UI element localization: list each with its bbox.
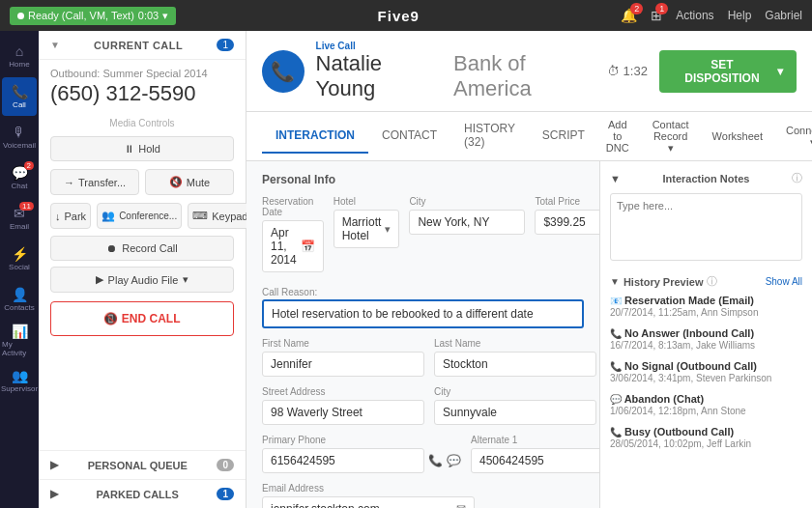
play-audio-button[interactable]: ▶ Play Audio File ▾ [50, 267, 234, 293]
call-reason-input[interactable] [262, 299, 584, 328]
tab-interaction[interactable]: INTERACTION [262, 119, 368, 154]
call-duration: ⏱ 1:32 [607, 64, 648, 78]
sidebar-item-home[interactable]: ⌂ Home [2, 37, 37, 75]
hotel-value[interactable]: Marriott Hotel [342, 215, 382, 242]
transfer-label: Transfer... [78, 177, 126, 188]
alt1-input[interactable] [471, 448, 599, 473]
row-address: Street Address City State ZIP Code [262, 386, 584, 425]
tab-history[interactable]: HISTORY (32) [450, 112, 529, 160]
ready-status[interactable]: Ready (Call, VM, Text) 0:03 ▾ [10, 7, 176, 25]
phone-chat-icon[interactable]: 💬 [447, 454, 461, 467]
activity-icon: 📊 [12, 324, 28, 339]
current-call-badge: 1 [217, 39, 234, 51]
hotel-chevron[interactable]: ▾ [385, 223, 391, 236]
row-phones: Primary Phone 📞 💬 Alternate 1 📞 💬 [262, 435, 584, 473]
history-item: 📞 No Signal (Outbound Call) 3/06/2014, 3… [610, 360, 802, 383]
history-info-icon: ⓘ [707, 274, 717, 289]
last-name-input[interactable] [434, 352, 596, 377]
user-menu[interactable]: Gabriel [765, 9, 802, 22]
record-button[interactable]: ⏺ Record Call [50, 236, 234, 261]
panel-title-collapse[interactable]: ▼ [610, 173, 621, 184]
contact-record-button[interactable]: Contact Record ▾ [645, 115, 697, 158]
first-name-input[interactable] [262, 352, 424, 377]
end-call-button[interactable]: 📵 END CALL [50, 301, 234, 336]
social-icon: ⚡ [12, 246, 28, 262]
street-label: Street Address [262, 386, 424, 397]
sidebar-item-call[interactable]: 📞 Call [2, 77, 37, 116]
chat-label: Chat [12, 182, 28, 190]
set-disposition-button[interactable]: SET DISPOSITION ▾ [659, 50, 797, 93]
history-item: 📧 Reservation Made (Email) 20/7/2014, 11… [610, 295, 802, 318]
social-label: Social [9, 263, 30, 271]
help-menu[interactable]: Help [728, 9, 752, 22]
keypad-label: Keypad [212, 211, 247, 222]
email-value[interactable]: jennifer.stockton.com [271, 502, 452, 508]
sidebar-item-contacts[interactable]: 👤 Contacts [2, 280, 37, 319]
tab-contact[interactable]: CONTACT [368, 119, 450, 154]
park-button[interactable]: ↓ Park [50, 203, 91, 229]
ready-label: Ready (Call, VM, Text) [28, 10, 134, 21]
interaction-notes-textarea[interactable] [610, 193, 802, 261]
actions-menu[interactable]: Actions [676, 9, 713, 22]
reservation-date-value[interactable]: Apr 11, 2014 [271, 226, 297, 267]
hotel-label: Hotel [334, 196, 400, 207]
transfer-button[interactable]: → Transfer... [50, 169, 139, 195]
calendar-icon[interactable]: 📅 [301, 240, 315, 253]
disposition-chevron: ▾ [777, 65, 783, 78]
top-bar-left: Ready (Call, VM, Text) 0:03 ▾ [10, 7, 176, 25]
street-input[interactable] [262, 400, 424, 425]
tab-script[interactable]: SCRIPT [529, 119, 598, 154]
connectors-button[interactable]: Connectors ▾ [778, 121, 812, 153]
sidebar-item-chat[interactable]: 2 💬 Chat [2, 158, 37, 197]
personal-queue-section[interactable]: ▶ PERSONAL QUEUE 0 [39, 450, 246, 479]
alt1-group: Alternate 1 📞 💬 [471, 435, 599, 473]
add-to-dnc-button[interactable]: Add to DNC [598, 115, 637, 157]
personal-queue-label: PERSONAL QUEUE [88, 460, 188, 471]
sidebar-item-email[interactable]: 11 ✉ Email [2, 199, 37, 238]
end-call-label: END CALL [122, 312, 181, 325]
parked-calls-label: PARKED CALLS [97, 489, 179, 500]
expand-icon: ▶ [50, 459, 58, 471]
mute-icon: 🔇 [169, 176, 183, 188]
sidebar-item-activity[interactable]: 📊 My Activity [2, 321, 37, 359]
first-name-group: First Name [262, 338, 424, 377]
alt1-label: Alternate 1 [471, 435, 599, 445]
city-input[interactable] [409, 210, 525, 235]
mute-button[interactable]: 🔇 Mute [145, 169, 234, 195]
voicemail-label: Voicemail [3, 141, 36, 150]
supervisor-label: Supervisor [1, 384, 38, 393]
history-preview-title: History Preview [624, 276, 704, 288]
voicemail-icon: 🎙 [13, 125, 26, 140]
history-collapse-icon[interactable]: ▼ [610, 276, 620, 287]
supervisor-icon: 👥 [12, 368, 28, 383]
worksheet-button[interactable]: Worksheet [705, 127, 770, 146]
parked-calls-section[interactable]: ▶ PARKED CALLS 1 [39, 479, 246, 508]
sidebar-item-voicemail[interactable]: 🎙 Voicemail [2, 118, 37, 156]
email-label: Email [10, 222, 29, 231]
hold-button[interactable]: ⏸ Hold [50, 136, 234, 161]
email-send-icon[interactable]: ✉ [456, 502, 466, 508]
keypad-button[interactable]: ⌨ Keypad [188, 203, 252, 229]
total-price-input[interactable] [535, 210, 599, 235]
parked-calls-badge: 1 [217, 488, 234, 500]
city-label: City [409, 196, 525, 207]
mute-label: Mute [187, 177, 210, 188]
timer-icon: ⏱ [607, 64, 620, 78]
total-price-group: Total Price [535, 196, 599, 272]
record-icon: ⏺ [106, 242, 117, 254]
hold-icon: ⏸ [124, 143, 134, 155]
current-call-collapse[interactable]: ▼ [50, 40, 60, 50]
city2-input[interactable] [434, 400, 596, 425]
phone-call-icon[interactable]: 📞 [428, 454, 443, 467]
history-list: 📧 Reservation Made (Email) 20/7/2014, 11… [610, 295, 802, 449]
show-all-button[interactable]: Show All [766, 276, 802, 287]
grid-icon[interactable]: ⊞ 1 [651, 8, 662, 23]
notifications-icon[interactable]: 🔔 2 [621, 8, 637, 23]
conference-button[interactable]: 👥 Conference... [97, 203, 182, 229]
activity-label: My Activity [2, 340, 37, 357]
sidebar-item-social[interactable]: ⚡ Social [2, 240, 37, 278]
sidebar-item-supervisor[interactable]: 👥 Supervisor [2, 361, 37, 400]
main-content: 📞 Live Call Natalie Young Bank of Americ… [246, 31, 812, 508]
email-history-icon: 📧 [610, 296, 622, 306]
primary-phone-input[interactable] [262, 448, 424, 473]
